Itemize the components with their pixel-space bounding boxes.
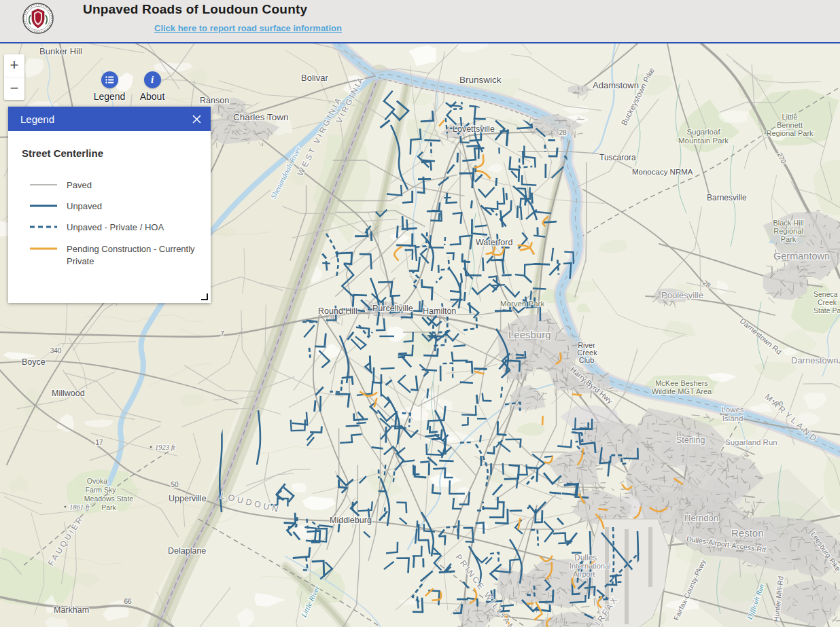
map-label: Meadows State <box>84 495 134 503</box>
map-label: Boyce <box>22 357 46 367</box>
map-label: Park <box>101 503 116 512</box>
map-label: Regional <box>773 227 803 235</box>
map-label: McKee Beshers <box>655 379 708 387</box>
map-label: Monocacy NRMA <box>632 168 693 176</box>
map-label: Island <box>722 414 743 423</box>
map-label: Bolivar <box>301 73 328 83</box>
legend-panel: Legend Street Centerline PavedUnpavedUnp… <box>8 107 211 303</box>
unpaved-swatch <box>30 202 57 209</box>
map-label: Upperville <box>169 494 207 503</box>
legend-item: Unpaved - Private / HOA <box>22 221 197 234</box>
map-label: Bunker Hill <box>39 46 82 56</box>
paved-swatch <box>30 181 57 188</box>
svg-text:50: 50 <box>171 481 179 488</box>
map-label: Club <box>579 356 595 364</box>
map-label: Delaplane <box>168 546 206 556</box>
svg-text:7: 7 <box>220 330 224 338</box>
pending-construction-currently-private-swatch <box>30 245 57 252</box>
map-label: Charles Town <box>233 112 289 122</box>
legend-section-title: Street Centerline <box>22 147 197 159</box>
map-label: Lowes <box>721 406 743 414</box>
svg-text:66: 66 <box>124 598 132 605</box>
about-button[interactable]: i About <box>127 71 177 102</box>
map-label: Leesburg <box>508 329 551 340</box>
map-label: Regional Park <box>766 129 813 137</box>
map-label: Millwood <box>52 389 85 398</box>
map-label: Darnestown <box>791 355 838 365</box>
map-label: Sugarland Run <box>725 438 777 446</box>
map-label: Mountain Park <box>678 137 729 145</box>
map-label: Little <box>782 113 797 121</box>
zoom-out-button[interactable]: − <box>4 77 24 100</box>
map-label: Reston <box>731 527 764 539</box>
map-label: Ovoka <box>87 477 108 485</box>
zoom-control: + − <box>4 54 24 100</box>
zoom-in-button[interactable]: + <box>4 54 24 77</box>
info-icon: i <box>151 75 154 85</box>
map-label: Waterford <box>476 238 512 247</box>
svg-text:17: 17 <box>95 439 103 446</box>
map-container[interactable]: 73401750662827028190Bunker HillBolivarBr… <box>0 42 840 627</box>
legend-item: Paved <box>22 179 197 192</box>
page-title: Unpaved Roads of Loudoun County <box>83 2 307 17</box>
map-label: Middleburg <box>330 516 372 525</box>
map-label: Creek <box>818 298 837 306</box>
map-label: 1923 ft <box>155 444 176 451</box>
map-label: Hamilton <box>423 306 456 316</box>
map-label: Markham <box>54 605 89 615</box>
map-label: Adamstown <box>593 80 639 90</box>
map-label: Sugarloaf <box>686 128 720 136</box>
map-label: Round Hill <box>318 306 357 316</box>
legend-item-label: Unpaved - Private / HOA <box>67 221 164 234</box>
map-label: Brunswick <box>459 75 502 85</box>
map-label: Seneca <box>813 290 838 298</box>
map-label: Barnesville <box>707 193 747 202</box>
map-label: Poolesville <box>661 290 703 300</box>
map-label: Herndon <box>684 513 718 523</box>
map-label: International <box>570 562 611 570</box>
map-label: Sterling <box>676 435 705 445</box>
county-seal-logo <box>22 3 54 34</box>
legend-list-icon <box>105 75 114 84</box>
map-label: Purcellville <box>372 304 413 313</box>
map-label: Tuscarora <box>599 153 636 162</box>
legend-item-label: Pending Construction - Currently Private <box>67 243 197 268</box>
map-label: Germantown <box>773 251 830 262</box>
legend-item: Unpaved <box>22 200 197 213</box>
legend-item-label: Unpaved <box>67 200 102 213</box>
map-label: Ranson <box>200 96 229 105</box>
map-label: Morven Park <box>500 300 544 308</box>
app-header: Unpaved Roads of Loudoun County Click he… <box>0 0 840 42</box>
legend-panel-title: Legend <box>20 113 54 125</box>
unpaved-private-hoa-swatch <box>30 223 57 230</box>
legend-items: PavedUnpavedUnpaved - Private / HOAPendi… <box>22 179 197 268</box>
map-label: 1861 ft <box>69 503 90 511</box>
map-label: Farm Sky <box>86 486 117 494</box>
map-label: Park <box>781 235 797 243</box>
legend-item-label: Paved <box>67 179 92 192</box>
close-icon[interactable] <box>192 115 201 124</box>
map-label: Bennett <box>777 121 803 129</box>
legend-resize-handle[interactable] <box>201 293 208 300</box>
legend-item: Pending Construction - Currently Private <box>22 243 197 268</box>
legend-panel-header[interactable]: Legend <box>8 107 211 131</box>
map-label: Black Hill <box>773 219 803 227</box>
map-label: Lovettsville <box>453 124 495 134</box>
map-label: State Pa <box>813 306 840 315</box>
svg-text:340: 340 <box>50 347 62 355</box>
map-label: Dulles <box>574 553 597 562</box>
report-road-surface-link[interactable]: Click here to report road surface inform… <box>154 23 342 33</box>
svg-text:28: 28 <box>559 129 567 137</box>
map-label: Airport <box>573 570 595 578</box>
map-label: Wildlife MGT Area <box>652 387 712 395</box>
